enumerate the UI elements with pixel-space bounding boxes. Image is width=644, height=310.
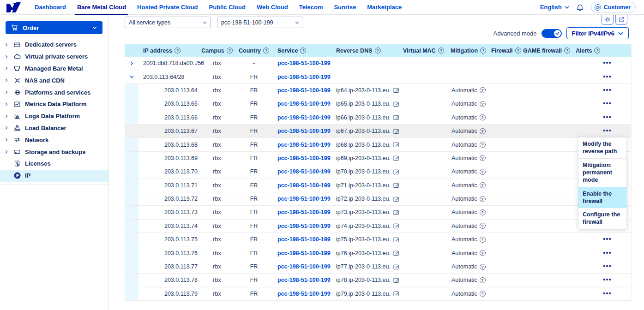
help-icon[interactable]: ? bbox=[480, 209, 486, 215]
service-link[interactable]: pcc-198-51-100-199 bbox=[277, 101, 331, 107]
help-icon[interactable]: ? bbox=[480, 250, 486, 256]
chevron-right-icon[interactable] bbox=[5, 114, 9, 118]
nav-item-bare-metal-cloud[interactable]: Bare Metal Cloud bbox=[73, 0, 130, 14]
edit-reverse-icon[interactable] bbox=[393, 250, 399, 256]
service-link[interactable]: pcc-198-51-100-199 bbox=[277, 223, 331, 229]
edit-reverse-icon[interactable] bbox=[393, 277, 399, 283]
help-icon[interactable]: ? bbox=[480, 223, 486, 229]
nav-item-sunrise[interactable]: Sunrise bbox=[330, 0, 360, 14]
nav-item-web-cloud[interactable]: Web Cloud bbox=[253, 0, 292, 14]
help-icon[interactable]: ? bbox=[480, 237, 486, 243]
sidebar-item-dedicated-servers[interactable]: Dedicated servers bbox=[0, 39, 108, 51]
row-actions-button[interactable]: ••• bbox=[603, 128, 612, 133]
edit-reverse-icon[interactable] bbox=[393, 209, 399, 215]
sidebar-item-network[interactable]: Network bbox=[0, 134, 108, 146]
service-link[interactable]: pcc-198-51-100-199 bbox=[277, 291, 331, 297]
help-icon[interactable]: ? bbox=[227, 48, 233, 54]
expand-row-icon[interactable] bbox=[125, 57, 138, 70]
nav-item-public-cloud[interactable]: Public Cloud bbox=[205, 0, 249, 14]
advanced-mode-toggle[interactable] bbox=[542, 29, 562, 38]
edit-reverse-icon[interactable] bbox=[393, 101, 399, 107]
sidebar-item-licenses[interactable]: Licenses bbox=[0, 158, 108, 170]
help-icon[interactable]: ? bbox=[480, 142, 486, 148]
help-icon[interactable]: ? bbox=[480, 87, 486, 93]
sidebar-item-nas-and-cdn[interactable]: NAS and CDN bbox=[0, 74, 108, 86]
help-icon[interactable]: ? bbox=[480, 155, 486, 161]
service-link[interactable]: pcc-198-51-100-199 bbox=[277, 250, 331, 256]
service-link[interactable]: pcc-198-51-100-199 bbox=[277, 263, 331, 270]
service-link[interactable]: pcc-198-51-100-199 bbox=[277, 196, 331, 202]
edit-reverse-icon[interactable] bbox=[393, 169, 399, 175]
row-actions-button[interactable]: ••• bbox=[603, 74, 612, 79]
help-icon[interactable]: ? bbox=[480, 277, 486, 283]
help-icon[interactable]: ? bbox=[480, 264, 486, 270]
service-link[interactable]: pcc-198-51-100-199 bbox=[277, 236, 331, 243]
filter-ipv4-ipv6-button[interactable]: Filter IPv4/IPv6 bbox=[566, 27, 629, 39]
sidebar-item-virtual-private-servers[interactable]: Virtual private servers bbox=[0, 51, 108, 63]
sidebar-item-managed-bare-metal[interactable]: Managed Bare Metal bbox=[0, 63, 108, 75]
chevron-right-icon[interactable] bbox=[5, 150, 9, 154]
sidebar-item-logs-data-platform[interactable]: Logs Data Platform bbox=[0, 110, 108, 122]
sidebar-item-ip[interactable]: IPIP bbox=[0, 170, 108, 182]
service-link[interactable]: pcc-198-51-100-199 bbox=[277, 60, 331, 66]
edit-reverse-icon[interactable] bbox=[393, 155, 399, 161]
help-icon[interactable]: ? bbox=[263, 48, 269, 54]
menu-item-enable-the-firewall[interactable]: Enable the firewall bbox=[578, 187, 626, 208]
row-actions-button[interactable]: ••• bbox=[603, 291, 612, 296]
menu-item-modify-the-reverse-path[interactable]: Modify the reverse path bbox=[578, 137, 626, 158]
help-icon[interactable]: ? bbox=[564, 48, 570, 54]
row-actions-button[interactable]: ••• bbox=[603, 264, 612, 268]
service-link[interactable]: pcc-198-51-100-199 bbox=[277, 155, 331, 161]
chevron-right-icon[interactable] bbox=[5, 43, 9, 47]
help-icon[interactable]: ? bbox=[375, 48, 381, 54]
row-actions-button[interactable]: ••• bbox=[603, 250, 612, 255]
sidebar-item-storage-and-backups[interactable]: Storage and backups bbox=[0, 146, 108, 158]
row-actions-button[interactable]: ••• bbox=[603, 60, 612, 65]
edit-reverse-icon[interactable] bbox=[393, 291, 399, 297]
nav-item-hosted-private-cloud[interactable]: Hosted Private Cloud bbox=[133, 0, 201, 14]
chevron-right-icon[interactable] bbox=[5, 102, 9, 106]
edit-reverse-icon[interactable] bbox=[393, 264, 399, 270]
edit-reverse-icon[interactable] bbox=[393, 223, 399, 229]
service-link[interactable]: pcc-198-51-100-199 bbox=[277, 87, 331, 94]
chevron-right-icon[interactable] bbox=[5, 138, 9, 142]
help-icon[interactable]: ? bbox=[480, 48, 486, 54]
menu-item-mitigation-permanent-mode[interactable]: Mitigation: permanent mode bbox=[578, 158, 626, 187]
edit-reverse-icon[interactable] bbox=[393, 237, 399, 243]
help-icon[interactable]: ? bbox=[515, 48, 521, 54]
service-select[interactable]: pcc-198-51-100-199 bbox=[217, 17, 303, 28]
row-actions-button[interactable]: ••• bbox=[603, 277, 612, 282]
chevron-right-icon[interactable] bbox=[5, 66, 9, 70]
service-type-select[interactable]: All service types bbox=[125, 17, 211, 28]
ovhcloud-logo-icon[interactable] bbox=[6, 2, 22, 12]
edit-reverse-icon[interactable] bbox=[393, 114, 399, 120]
help-icon[interactable]: ? bbox=[594, 48, 600, 54]
chevron-right-icon[interactable] bbox=[5, 78, 9, 82]
edit-reverse-icon[interactable] bbox=[393, 87, 399, 93]
service-link[interactable]: pcc-198-51-100-199 bbox=[277, 128, 331, 134]
help-icon[interactable]: ? bbox=[480, 182, 486, 188]
order-button[interactable]: Order bbox=[6, 21, 102, 34]
edit-reverse-icon[interactable] bbox=[393, 182, 399, 188]
help-icon[interactable]: ? bbox=[300, 48, 306, 54]
sidebar-item-metrics-data-platform[interactable]: Metrics Data Platform bbox=[0, 98, 108, 110]
notifications-bell-icon[interactable] bbox=[577, 4, 584, 11]
help-icon[interactable]: ? bbox=[480, 291, 486, 297]
nav-item-dashboard[interactable]: Dashboard bbox=[31, 0, 70, 14]
help-icon[interactable]: ? bbox=[175, 48, 181, 54]
row-actions-button[interactable]: ••• bbox=[603, 115, 612, 119]
service-link[interactable]: pcc-198-51-100-199 bbox=[277, 74, 331, 80]
sidebar-item-platforms-and-services[interactable]: Platforms and services bbox=[0, 86, 108, 98]
service-link[interactable]: pcc-198-51-100-199 bbox=[277, 114, 331, 121]
language-selector[interactable]: English bbox=[540, 4, 569, 11]
edit-reverse-icon[interactable] bbox=[393, 142, 399, 148]
row-actions-button[interactable]: ••• bbox=[603, 101, 612, 106]
help-icon[interactable]: ? bbox=[480, 101, 486, 107]
collapse-row-icon[interactable] bbox=[125, 70, 138, 83]
nav-item-telecom[interactable]: Telecom bbox=[295, 0, 327, 14]
service-link[interactable]: pcc-198-51-100-199 bbox=[277, 142, 331, 148]
row-actions-button[interactable]: ••• bbox=[603, 88, 612, 92]
sidebar-item-load-balancer[interactable]: Load Balancer bbox=[0, 122, 108, 134]
service-link[interactable]: pcc-198-51-100-199 bbox=[277, 277, 331, 283]
help-icon[interactable]: ? bbox=[438, 48, 444, 54]
